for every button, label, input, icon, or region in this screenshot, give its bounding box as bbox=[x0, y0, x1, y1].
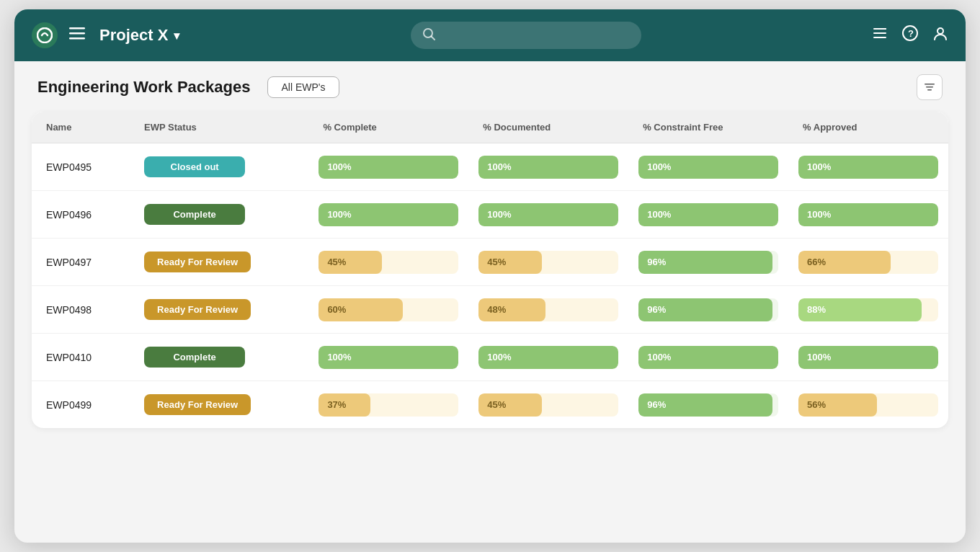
status-badge: Complete bbox=[144, 347, 245, 368]
cell-name: EWP0410 bbox=[32, 334, 130, 381]
progress-bar-fill: 100% bbox=[638, 203, 778, 226]
status-badge: Ready For Review bbox=[144, 394, 251, 415]
progress-bar-wrap: 96% bbox=[638, 251, 778, 274]
cell-name: EWP0495 bbox=[32, 143, 130, 191]
progress-bar-wrap: 100% bbox=[798, 156, 938, 179]
project-title[interactable]: Project X ▾ bbox=[99, 26, 179, 45]
progress-bar-fill: 100% bbox=[798, 203, 938, 226]
progress-bar-wrap: 100% bbox=[318, 156, 458, 179]
progress-bar-wrap: 100% bbox=[638, 346, 778, 369]
app-window: Project X ▾ bbox=[14, 9, 966, 543]
status-badge: Ready For Review bbox=[144, 251, 251, 272]
progress-bar-wrap: 45% bbox=[478, 393, 618, 417]
table-row[interactable]: EWP0496Complete100%100%100%100% bbox=[32, 191, 948, 239]
progress-bar-wrap: 100% bbox=[638, 203, 778, 226]
page-title: Engineering Work Packages bbox=[37, 78, 250, 97]
cell-name: EWP0497 bbox=[32, 239, 130, 286]
progress-bar-wrap: 100% bbox=[478, 346, 618, 369]
progress-bar-wrap: 37% bbox=[318, 393, 458, 417]
col-complete: % Complete bbox=[308, 112, 468, 143]
progress-bar-wrap: 100% bbox=[318, 346, 458, 369]
svg-rect-13 bbox=[925, 84, 935, 85]
table-row[interactable]: EWP0499Ready For Review37%45%96%56% bbox=[32, 381, 948, 429]
table-row[interactable]: EWP0495Closed out100%100%100%100% bbox=[32, 143, 948, 191]
chevron-down-icon: ▾ bbox=[174, 29, 179, 43]
progress-bar-wrap: 100% bbox=[318, 203, 458, 226]
progress-bar-wrap: 88% bbox=[798, 298, 938, 321]
progress-bar-wrap: 56% bbox=[798, 393, 938, 417]
cell-approved: 66% bbox=[788, 239, 948, 286]
table-row[interactable]: EWP0497Ready For Review45%45%96%66% bbox=[32, 239, 948, 286]
progress-bar-fill: 48% bbox=[478, 298, 545, 321]
cell-name: EWP0496 bbox=[32, 191, 130, 239]
cell-complete: 100% bbox=[308, 334, 468, 381]
cell-documented: 100% bbox=[468, 191, 628, 239]
list-icon[interactable] bbox=[872, 25, 888, 45]
user-icon[interactable] bbox=[932, 25, 948, 45]
cell-name: EWP0498 bbox=[32, 286, 130, 334]
col-approved: % Approved bbox=[788, 112, 948, 143]
cell-complete: 60% bbox=[308, 286, 468, 334]
cell-status: Ready For Review bbox=[130, 286, 308, 334]
status-badge: Complete bbox=[144, 204, 245, 225]
header-right: ? bbox=[872, 25, 948, 45]
cell-status: Complete bbox=[130, 334, 308, 381]
progress-bar-fill: 96% bbox=[638, 298, 772, 321]
cell-constraint-free: 100% bbox=[628, 191, 788, 239]
menu-icon[interactable] bbox=[69, 25, 85, 45]
progress-bar-wrap: 100% bbox=[478, 203, 618, 226]
cell-approved: 100% bbox=[788, 191, 948, 239]
svg-rect-7 bbox=[873, 32, 886, 34]
progress-bar-fill: 96% bbox=[638, 251, 772, 274]
svg-rect-8 bbox=[873, 37, 886, 38]
search-area bbox=[191, 22, 860, 49]
progress-bar-fill: 100% bbox=[798, 346, 938, 369]
progress-bar-fill: 45% bbox=[478, 393, 541, 417]
table-row[interactable]: EWP0498Ready For Review60%48%96%88% bbox=[32, 286, 948, 334]
svg-rect-1 bbox=[69, 27, 85, 30]
progress-bar-fill: 45% bbox=[318, 251, 381, 274]
progress-bar-wrap: 100% bbox=[798, 203, 938, 226]
cell-constraint-free: 100% bbox=[628, 334, 788, 381]
header: Project X ▾ bbox=[14, 9, 966, 61]
cell-name: EWP0499 bbox=[32, 381, 130, 429]
cell-status: Ready For Review bbox=[130, 239, 308, 286]
progress-bar-fill: 100% bbox=[478, 156, 618, 179]
logo bbox=[32, 22, 58, 48]
table-container: Name EWP Status % Complete % Documented … bbox=[32, 112, 948, 428]
svg-rect-2 bbox=[69, 32, 85, 35]
progress-bar-wrap: 96% bbox=[638, 298, 778, 321]
progress-bar-fill: 96% bbox=[638, 393, 772, 417]
col-documented: % Documented bbox=[468, 112, 628, 143]
all-ewps-tab[interactable]: All EWP's bbox=[267, 76, 339, 98]
progress-bar-fill: 100% bbox=[798, 156, 938, 179]
progress-bar-fill: 56% bbox=[798, 393, 877, 417]
cell-status: Closed out bbox=[130, 143, 308, 191]
progress-bar-fill: 100% bbox=[638, 156, 778, 179]
progress-bar-fill: 37% bbox=[318, 393, 370, 417]
subheader: Engineering Work Packages All EWP's bbox=[14, 61, 966, 100]
progress-bar-wrap: 60% bbox=[318, 298, 458, 321]
svg-rect-15 bbox=[927, 89, 932, 91]
progress-bar-wrap: 66% bbox=[798, 251, 938, 274]
progress-bar-fill: 60% bbox=[318, 298, 402, 321]
progress-bar-fill: 66% bbox=[798, 251, 891, 274]
cell-constraint-free: 96% bbox=[628, 381, 788, 429]
progress-bar-wrap: 45% bbox=[478, 251, 618, 274]
search-box[interactable] bbox=[411, 22, 641, 49]
svg-rect-6 bbox=[873, 28, 886, 30]
progress-bar-fill: 88% bbox=[798, 298, 922, 321]
svg-line-5 bbox=[431, 36, 435, 40]
progress-bar-wrap: 96% bbox=[638, 393, 778, 417]
help-icon[interactable]: ? bbox=[902, 25, 918, 45]
table-row[interactable]: EWP0410Complete100%100%100%100% bbox=[32, 334, 948, 381]
filter-button[interactable] bbox=[917, 74, 943, 100]
status-badge: Closed out bbox=[144, 156, 245, 177]
cell-status: Ready For Review bbox=[130, 381, 308, 429]
cell-constraint-free: 96% bbox=[628, 239, 788, 286]
col-constraint-free: % Constraint Free bbox=[628, 112, 788, 143]
cell-approved: 88% bbox=[788, 286, 948, 334]
cell-documented: 100% bbox=[468, 143, 628, 191]
cell-complete: 45% bbox=[308, 239, 468, 286]
cell-complete: 37% bbox=[308, 381, 468, 429]
